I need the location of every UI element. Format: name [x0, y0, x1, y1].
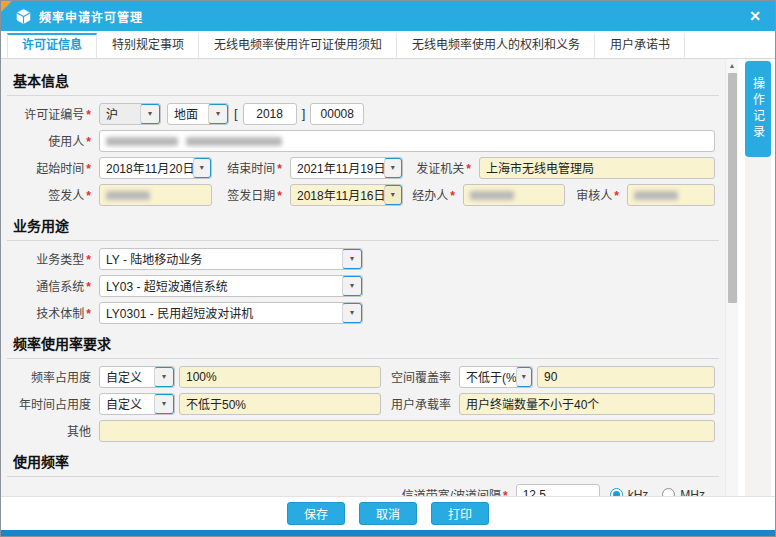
- freq-occupancy-label: 频率占用度: [11, 368, 99, 385]
- section-basic-title: 基本信息: [7, 63, 719, 96]
- scrollbar-thumb[interactable]: [728, 73, 737, 303]
- scroll-up-icon[interactable]: ▲: [726, 62, 738, 69]
- tab-rights-obligations[interactable]: 无线电频率使用人的权利和义务: [397, 33, 595, 58]
- unit-mhz-label: MHz: [680, 488, 705, 497]
- user-input[interactable]: [99, 130, 715, 152]
- redacted-text: [634, 191, 678, 200]
- section-frequency-title: 使用频率: [7, 444, 719, 477]
- tech-standard-label: 技术体制*: [11, 304, 99, 321]
- handler-input[interactable]: [463, 184, 565, 206]
- authority-input[interactable]: [479, 157, 715, 179]
- tab-user-commitment[interactable]: 用户承诺书: [595, 33, 685, 58]
- chevron-down-icon[interactable]: ▾: [384, 158, 402, 178]
- user-capacity-label: 用户承载率: [381, 395, 459, 412]
- signer-input[interactable]: [99, 184, 212, 206]
- tab-strip: 许可证信息 特别规定事项 无线电频率使用许可证使用须知 无线电频率使用人的权利和…: [1, 31, 775, 59]
- bracket-open: [: [229, 106, 243, 121]
- user-row: 使用人*: [7, 127, 719, 154]
- vertical-scrollbar[interactable]: ▲: [725, 59, 738, 496]
- space-coverage-mode-select[interactable]: 不低于(%) ▾: [459, 366, 533, 388]
- form-content: 基本信息 许可证编号* 沪 ▾ 地面 ▾ [ ] 使用人*: [1, 59, 725, 496]
- channel-bandwidth-label: 信道带宽/波道间隔*: [402, 486, 516, 496]
- comm-system-select[interactable]: LY03 - 超短波通信系统 ▾: [99, 275, 363, 297]
- other-input[interactable]: [99, 420, 715, 442]
- space-coverage-input[interactable]: [537, 366, 715, 388]
- license-number-row: 许可证编号* 沪 ▾ 地面 ▾ [ ]: [7, 100, 719, 127]
- section-usage-title: 频率使用率要求: [7, 326, 719, 359]
- authority-label: 发证机关*: [403, 159, 479, 176]
- reviewer-input[interactable]: [627, 184, 715, 206]
- chevron-down-icon[interactable]: ▾: [140, 104, 160, 124]
- chevron-down-icon[interactable]: ▾: [342, 303, 362, 323]
- operation-log-tab-label: 操作记录: [750, 77, 767, 141]
- channel-bandwidth-input[interactable]: [516, 484, 600, 497]
- license-number-label: 许可证编号*: [11, 105, 99, 122]
- freq-occupancy-mode-select[interactable]: 自定义 ▾: [99, 366, 175, 388]
- user-label: 使用人*: [11, 132, 99, 149]
- window-title: 频率申请许可管理: [39, 8, 143, 25]
- license-region-select[interactable]: 沪 ▾: [99, 103, 161, 125]
- freq-occupancy-input[interactable]: [179, 366, 381, 388]
- unit-mhz-radio[interactable]: [662, 488, 675, 496]
- comm-system-row: 通信系统* LY03 - 超短波通信系统 ▾: [7, 272, 719, 299]
- right-rail: 操作记录: [738, 59, 775, 496]
- license-year-input[interactable]: [243, 103, 297, 125]
- reviewer-label: 审核人*: [565, 186, 627, 203]
- operation-log-tab[interactable]: 操作记录: [745, 61, 771, 157]
- comm-system-label: 通信系统*: [11, 277, 99, 294]
- unit-khz-label: kHz: [628, 488, 649, 497]
- print-button[interactable]: 打印: [431, 502, 489, 525]
- sign-date-label: 签发日期*: [212, 186, 290, 203]
- dates-row: 起始时间* 2018年11月20日 ▾ 结束时间* 2021年11月19日 ▾ …: [7, 154, 719, 181]
- cancel-button[interactable]: 取消: [359, 502, 417, 525]
- corner-marker-icon: [1, 1, 12, 12]
- end-time-label: 结束时间*: [212, 159, 290, 176]
- license-dialog: 频率申请许可管理 ✕ 许可证信息 特别规定事项 无线电频率使用许可证使用须知 无…: [0, 0, 776, 537]
- bottom-accent-strip: [1, 530, 775, 536]
- chevron-down-icon[interactable]: ▾: [342, 276, 362, 296]
- save-button[interactable]: 保存: [287, 502, 345, 525]
- occupancy-row: 频率占用度 自定义 ▾ 空间覆盖率 不低于(%) ▾: [7, 363, 719, 390]
- redacted-text: [186, 137, 282, 146]
- signing-row: 签发人* 签发日期* 2018年11月16日 ▾ 经办人* 审核人*: [7, 181, 719, 208]
- sign-date-datepicker[interactable]: 2018年11月16日 ▾: [290, 184, 403, 206]
- redacted-text: [106, 137, 178, 146]
- bracket-close: ]: [297, 106, 311, 121]
- chevron-down-icon[interactable]: ▾: [342, 249, 362, 269]
- time-occupancy-input[interactable]: [179, 393, 381, 415]
- redacted-text: [470, 191, 514, 200]
- time-occupancy-label: 年时间占用度: [11, 395, 99, 412]
- tab-special-provisions[interactable]: 特别规定事项: [97, 33, 199, 58]
- tab-license-info[interactable]: 许可证信息: [7, 33, 97, 58]
- business-type-select[interactable]: LY - 陆地移动业务 ▾: [99, 248, 363, 270]
- start-time-datepicker[interactable]: 2018年11月20日 ▾: [99, 157, 212, 179]
- redacted-text: [106, 191, 150, 200]
- cube-app-icon: [15, 8, 32, 25]
- chevron-down-icon[interactable]: ▾: [516, 367, 532, 387]
- unit-khz-radio[interactable]: [610, 488, 623, 496]
- signer-label: 签发人*: [11, 186, 99, 203]
- chevron-down-icon[interactable]: ▾: [208, 104, 228, 124]
- user-capacity-input[interactable]: [459, 393, 715, 415]
- chevron-down-icon[interactable]: ▾: [384, 185, 402, 205]
- license-type-select[interactable]: 地面 ▾: [167, 103, 229, 125]
- close-icon[interactable]: ✕: [745, 9, 765, 23]
- time-occupancy-row: 年时间占用度 自定义 ▾ 用户承载率: [7, 390, 719, 417]
- footer-bar: 保存 取消 打印: [1, 496, 775, 530]
- license-serial-input[interactable]: [310, 103, 364, 125]
- chevron-down-icon[interactable]: ▾: [154, 367, 174, 387]
- tab-usage-notice[interactable]: 无线电频率使用许可证使用须知: [199, 33, 397, 58]
- end-time-datepicker[interactable]: 2021年11月19日 ▾: [290, 157, 403, 179]
- time-occupancy-mode-select[interactable]: 自定义 ▾: [99, 393, 175, 415]
- title-bar: 频率申请许可管理 ✕: [1, 1, 775, 31]
- space-coverage-label: 空间覆盖率: [381, 368, 459, 385]
- start-time-label: 起始时间*: [11, 159, 99, 176]
- other-label: 其他: [11, 422, 99, 439]
- tech-standard-row: 技术体制* LY0301 - 民用超短波对讲机 ▾: [7, 299, 719, 326]
- tech-standard-select[interactable]: LY0301 - 民用超短波对讲机 ▾: [99, 302, 363, 324]
- channel-bandwidth-row: 信道带宽/波道间隔* kHz MHz: [7, 481, 719, 496]
- chevron-down-icon[interactable]: ▾: [193, 158, 211, 178]
- business-type-row: 业务类型* LY - 陆地移动业务 ▾: [7, 245, 719, 272]
- business-type-label: 业务类型*: [11, 250, 99, 267]
- chevron-down-icon[interactable]: ▾: [154, 394, 174, 414]
